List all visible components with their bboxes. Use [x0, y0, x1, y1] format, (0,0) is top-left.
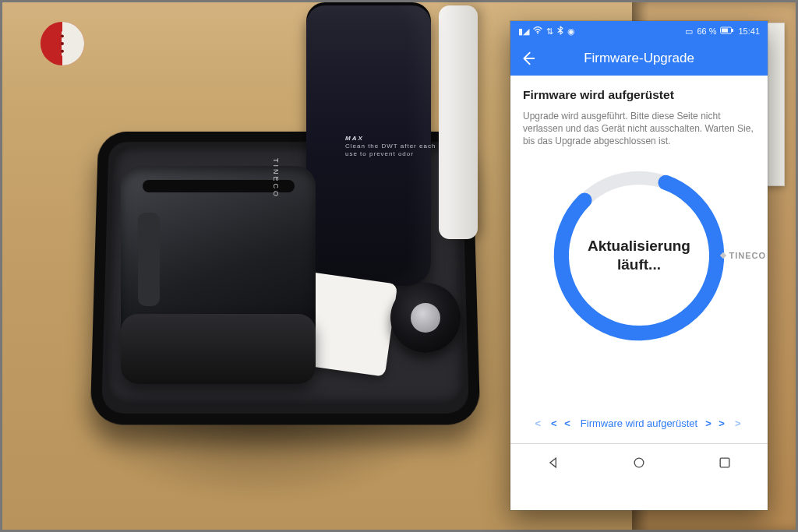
svg-rect-7 — [732, 29, 733, 32]
battery-icon — [720, 26, 734, 36]
clock-text: 15:41 — [738, 26, 760, 36]
svg-rect-8 — [722, 29, 728, 33]
content-heading: Firmware wird aufgerüstet — [523, 88, 755, 102]
status-marquee: << < Firmware wird aufgerüstet > >> — [510, 417, 768, 429]
volte-icon: ⇅ — [546, 26, 553, 37]
svg-point-2 — [61, 34, 64, 37]
circle-home-icon — [631, 455, 647, 470]
content-description: Upgrade wird ausgeführt. Bitte diese Sei… — [523, 110, 755, 147]
svg-rect-12 — [720, 458, 729, 467]
rear-wheel — [390, 283, 461, 353]
tank-label-line2: use to prevent odor — [345, 150, 436, 158]
appbar: Firmware-Upgrade — [510, 41, 768, 76]
site-logo — [38, 19, 87, 68]
chevrons-left-icon: < — [535, 417, 543, 429]
svg-point-4 — [61, 50, 64, 53]
brand-badge: TINECO — [721, 251, 766, 260]
chevrons-right-icon: > > — [705, 417, 727, 429]
location-icon: ◉ — [567, 26, 575, 37]
back-button[interactable] — [510, 41, 545, 76]
arrow-left-icon — [519, 50, 536, 67]
battery-text: 66 % — [697, 26, 716, 36]
progress-label-line1: Aktualisierung — [588, 237, 690, 255]
square-recents-icon — [717, 455, 733, 470]
android-navbar — [510, 444, 768, 481]
statusbar-left: ▮◢ ⇅ ◉ — [518, 26, 575, 37]
screen-content: Firmware wird aufgerüstet Upgrade wird a… — [510, 76, 768, 443]
chevrons-right-icon-2: > — [735, 417, 743, 429]
nav-back-button[interactable] — [511, 444, 596, 481]
status-text: Firmware wird aufgerüstet — [581, 417, 697, 429]
svg-point-5 — [537, 33, 538, 34]
cleaner-head-panel — [138, 213, 160, 306]
svg-point-3 — [61, 42, 64, 45]
progress-ring: Aktualisierung läuft... TINECO — [549, 166, 729, 345]
nav-recents-button[interactable] — [683, 444, 768, 481]
triangle-back-icon — [546, 455, 561, 470]
svg-point-11 — [634, 458, 644, 467]
progress-ring-label: Aktualisierung läuft... — [549, 166, 729, 345]
statusbar-right: ▭ 66 % 15:41 — [685, 26, 760, 37]
phone-overlay: ▮◢ ⇅ ◉ ▭ 66 % 15:41 — [510, 21, 768, 510]
nav-home-button[interactable] — [597, 444, 682, 481]
tank-label: MAX Clean the DWT after each use to prev… — [345, 135, 436, 158]
wifi-icon — [533, 26, 542, 36]
statusbar: ▮◢ ⇅ ◉ ▭ 66 % 15:41 — [510, 21, 768, 41]
logo-icon — [38, 19, 87, 68]
appbar-title: Firmware-Upgrade — [510, 51, 768, 66]
roller-cover — [121, 314, 316, 384]
vibrate-icon: ▭ — [685, 26, 693, 37]
tank-label-line1: Clean the DWT after each — [345, 143, 436, 150]
dock-upright — [439, 5, 478, 239]
signal-icon: ▮◢ — [518, 26, 529, 37]
progress-label-line2: läuft... — [617, 255, 661, 274]
brand-label: TINECO — [272, 158, 280, 199]
chevrons-left-icon-2: < < — [551, 417, 573, 429]
bluetooth-icon — [557, 26, 563, 37]
scene-root: MAX Clean the DWT after each use to prev… — [0, 0, 798, 532]
tank-label-max: MAX — [345, 135, 436, 143]
